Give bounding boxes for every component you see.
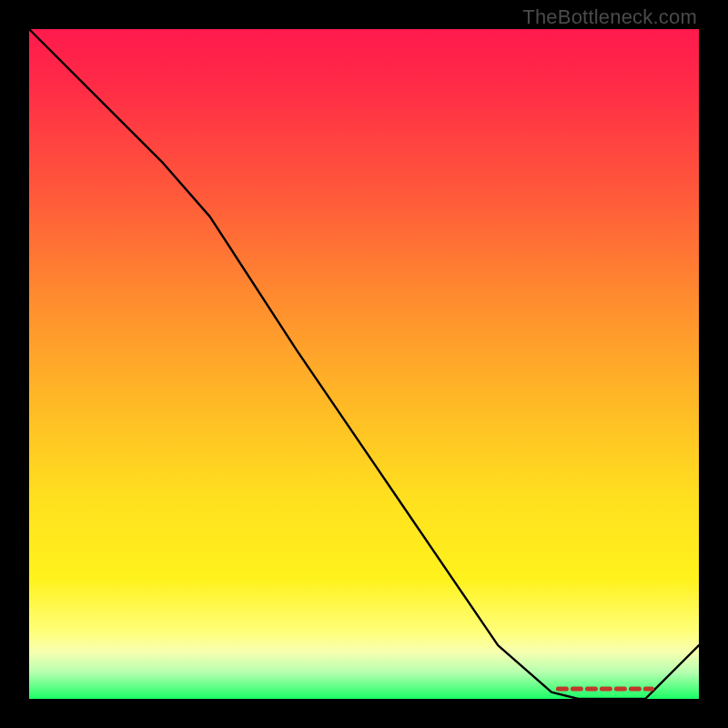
chart-frame: TheBottleneck.com	[0, 0, 728, 728]
main-curve	[29, 29, 699, 699]
curve-svg	[29, 29, 699, 699]
plot-area	[29, 29, 699, 699]
watermark-text: TheBottleneck.com	[522, 5, 697, 29]
